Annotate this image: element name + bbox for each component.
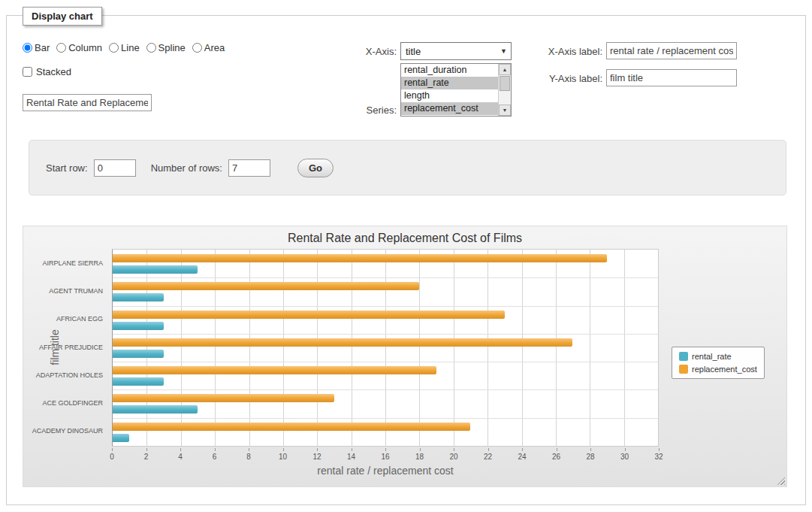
radio-label: Bar bbox=[35, 42, 50, 53]
series-options: rental_durationrental_ratelengthreplacem… bbox=[401, 64, 498, 116]
gridline bbox=[113, 277, 658, 278]
y-axis-categories: AIRPLANE SIERRAAGENT TRUMANAFRICAN EGGAF… bbox=[23, 249, 107, 447]
tick-label: 0 bbox=[110, 453, 114, 461]
tick-mark bbox=[625, 448, 626, 451]
gridline bbox=[454, 250, 454, 446]
tick-mark bbox=[249, 448, 249, 451]
scrollbar-thumb[interactable] bbox=[500, 76, 510, 91]
series-option-rental_duration[interactable]: rental_duration bbox=[401, 64, 498, 77]
chart-panel: Rental Rate and Replacement Cost of Film… bbox=[23, 226, 787, 487]
gridline bbox=[317, 250, 318, 446]
radio-area[interactable] bbox=[192, 43, 202, 53]
tick-label: 28 bbox=[586, 453, 594, 461]
chart-legend: rental_ratereplacement_cost bbox=[672, 347, 765, 379]
bar-rental_rate bbox=[113, 405, 198, 414]
bar-replacement_cost bbox=[113, 311, 505, 319]
page: Display chart BarColumnLineSplineArea St… bbox=[0, 0, 812, 512]
tick-label: 16 bbox=[381, 453, 389, 461]
scroll-down-icon[interactable]: ▼ bbox=[499, 105, 511, 116]
bar-replacement_cost bbox=[113, 338, 572, 347]
tick-mark bbox=[557, 448, 557, 451]
x-axis-select-label: X-Axis: bbox=[347, 46, 397, 57]
start-row-input[interactable] bbox=[94, 159, 136, 177]
chart-type-column[interactable]: Column bbox=[56, 42, 102, 53]
gridline bbox=[658, 250, 659, 446]
bar-rental_rate bbox=[113, 265, 198, 274]
category-label: AGENT TRUMAN bbox=[49, 287, 103, 295]
series-option-replacement_cost[interactable]: replacement_cost bbox=[401, 102, 498, 115]
x-axis-field-label: X-Axis label: bbox=[535, 46, 602, 57]
category-label: ACADEMY DINOSAUR bbox=[32, 427, 103, 435]
panel-legend: Display chart bbox=[23, 7, 102, 26]
radio-bar[interactable] bbox=[23, 43, 32, 53]
radio-label: Line bbox=[121, 42, 140, 53]
bar-rental_rate bbox=[113, 377, 164, 386]
legend-item-replacement_cost[interactable]: replacement_cost bbox=[679, 365, 757, 374]
start-row-label: Start row: bbox=[46, 162, 88, 174]
gridline bbox=[215, 250, 216, 446]
tick-mark bbox=[317, 448, 318, 451]
radio-line[interactable] bbox=[109, 43, 119, 53]
gridline bbox=[113, 362, 658, 362]
gridline bbox=[590, 250, 590, 446]
gridline bbox=[488, 250, 488, 446]
tick-mark bbox=[283, 448, 284, 451]
resize-handle-icon[interactable] bbox=[775, 475, 785, 485]
y-axis-field-label: Y-Axis label: bbox=[535, 73, 602, 84]
stacked-checkbox-row[interactable]: Stacked bbox=[23, 66, 71, 77]
radio-column[interactable] bbox=[56, 43, 66, 53]
category-label: AFRICAN EGG bbox=[56, 315, 103, 323]
series-option-rental_rate[interactable]: rental_rate bbox=[401, 77, 498, 89]
gridline bbox=[113, 418, 658, 419]
x-axis-label-input[interactable] bbox=[606, 42, 737, 59]
series-option-length[interactable]: length bbox=[401, 89, 498, 102]
radio-spline[interactable] bbox=[146, 43, 156, 53]
gridline bbox=[556, 250, 557, 446]
tick-label: 10 bbox=[279, 453, 287, 461]
tick-mark bbox=[488, 448, 489, 451]
bar-replacement_cost bbox=[113, 254, 607, 262]
category-label: ACE GOLDFINGER bbox=[42, 399, 103, 407]
gridline bbox=[113, 389, 658, 390]
gridline bbox=[113, 334, 658, 335]
bar-rental_rate bbox=[113, 434, 129, 442]
number-of-rows-input[interactable] bbox=[228, 159, 270, 177]
y-axis-label-input[interactable] bbox=[606, 69, 737, 86]
plot-area bbox=[112, 249, 659, 447]
stacked-label: Stacked bbox=[36, 66, 71, 77]
bar-rental_rate bbox=[113, 350, 164, 358]
scroll-up-icon[interactable]: ▲ bbox=[499, 64, 511, 75]
chart-type-area[interactable]: Area bbox=[192, 42, 225, 53]
tick-mark bbox=[590, 448, 591, 451]
tick-label: 2 bbox=[144, 453, 149, 461]
gridline bbox=[113, 306, 658, 307]
chart-type-line[interactable]: Line bbox=[109, 42, 140, 53]
tick-label: 26 bbox=[552, 453, 560, 461]
tick-label: 14 bbox=[347, 453, 355, 461]
stacked-checkbox[interactable] bbox=[23, 67, 32, 77]
go-button[interactable]: Go bbox=[297, 159, 334, 177]
bar-replacement_cost bbox=[113, 423, 470, 431]
scrollbar-track[interactable] bbox=[499, 91, 511, 105]
chart-type-spline[interactable]: Spline bbox=[146, 42, 186, 53]
tick-mark bbox=[659, 448, 660, 451]
tick-label: 12 bbox=[312, 453, 321, 461]
radio-label: Area bbox=[204, 42, 225, 53]
category-label: ADAPTATION HOLES bbox=[36, 371, 103, 379]
tick-label: 6 bbox=[213, 453, 217, 461]
series-scrollbar[interactable]: ▲ ▼ bbox=[498, 64, 511, 116]
tick-mark bbox=[146, 448, 147, 451]
tick-label: 18 bbox=[415, 453, 424, 461]
tick-label: 8 bbox=[246, 453, 251, 461]
chart-type-radios: BarColumnLineSplineArea bbox=[23, 42, 225, 53]
series-listbox[interactable]: rental_durationrental_ratelengthreplacem… bbox=[400, 63, 512, 117]
bar-rental_rate bbox=[113, 293, 164, 301]
x-axis-select[interactable]: title ▼ bbox=[400, 42, 512, 60]
legend-label: rental_rate bbox=[692, 352, 732, 361]
x-axis-select-value: title bbox=[406, 46, 421, 57]
chevron-down-icon: ▼ bbox=[500, 47, 507, 55]
chart-title-input[interactable] bbox=[23, 94, 152, 111]
tick-mark bbox=[352, 448, 352, 451]
chart-type-bar[interactable]: Bar bbox=[23, 42, 50, 53]
legend-item-rental_rate[interactable]: rental_rate bbox=[679, 352, 757, 361]
